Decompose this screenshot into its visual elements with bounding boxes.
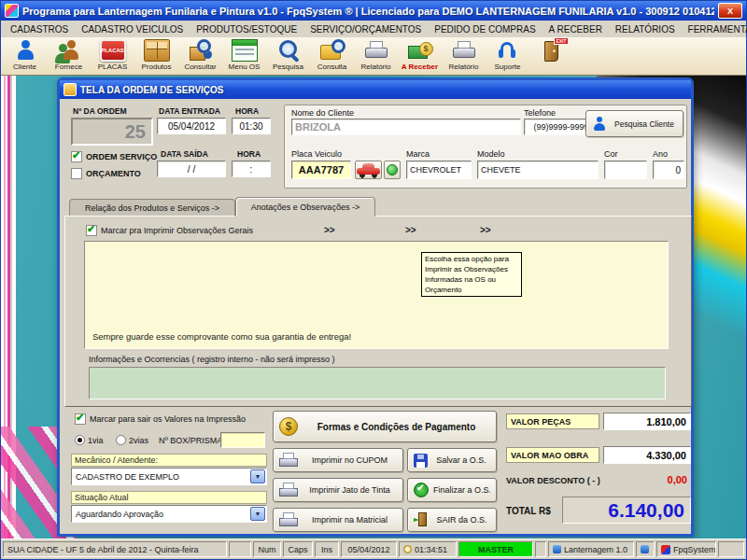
toolbar-button-a-receber[interactable]: A Receber	[398, 38, 442, 74]
save-os-button[interactable]: Salvar a O.S.	[407, 448, 497, 472]
menu-item-cadastros[interactable]: CADASTROS	[4, 22, 75, 36]
menu-item-relatorios[interactable]: RELATÓRIOS	[609, 22, 682, 36]
money-icon	[407, 39, 433, 62]
exit-date-label: DATA SAÍDA	[161, 149, 208, 159]
client-name-field[interactable]: BRIZOLA	[291, 119, 521, 135]
toolbar-label: Fornece	[55, 63, 82, 71]
status-insert: Ins	[315, 541, 339, 557]
checkbox-box	[75, 413, 86, 425]
status-icon-segment	[636, 541, 655, 557]
toolbar-button-consultar[interactable]: Consultar	[178, 38, 222, 74]
products-box-icon	[144, 39, 170, 62]
one-copy-radio[interactable]: 1via	[75, 435, 104, 445]
exit-time-field[interactable]: :	[232, 161, 271, 177]
toolbar-button-relatorio-2[interactable]: Relatório	[442, 38, 486, 74]
coin-icon	[279, 417, 298, 436]
ano-field[interactable]: 0	[653, 161, 684, 179]
menu-item-a-receber[interactable]: A RECEBER	[543, 22, 609, 36]
modelo-label: Modelo	[477, 149, 505, 159]
printer-icon	[451, 39, 477, 62]
menu-item-cadastro-veiculos[interactable]: CADASTRO VEICULOS	[75, 22, 190, 36]
finalize-os-button[interactable]: Finalizar a O.S.	[407, 478, 497, 502]
box-prisma-field[interactable]	[220, 432, 265, 448]
print-values-checkbox[interactable]: Marcar para sair os Valores na Impressão	[75, 413, 246, 425]
parts-value-label: VALOR PEÇAS	[506, 413, 599, 429]
status-time-text: 01:34:51	[415, 545, 447, 554]
chevron-marker: >>	[324, 225, 335, 235]
toolbar-button-relatorio-1[interactable]: Relatório	[354, 38, 398, 74]
exit-os-button[interactable]: SAIR da O.S.	[407, 508, 497, 532]
dialog-body: Nº DA ORDEM 25 DATA ENTRADA 05/04/2012 H…	[60, 99, 691, 534]
cor-field[interactable]	[604, 161, 647, 179]
client-name-label: Nome do Cliente	[291, 108, 354, 118]
print-matrix-button[interactable]: Imprimir na Matricial	[273, 508, 403, 532]
close-button[interactable]: X	[718, 3, 742, 19]
order-number-label: Nº DA ORDEM	[73, 106, 127, 116]
mechanic-value: CADASTRO DE EXEMPLO	[76, 472, 179, 482]
status-num-lock: Num	[253, 541, 281, 557]
vehicle-search-button[interactable]	[355, 161, 382, 179]
marca-label: Marca	[406, 149, 430, 159]
toolbar-button-menu-os[interactable]: Menu OS	[222, 38, 266, 74]
app-window: Programa para Lanternagem Funilaria e Pi…	[0, 0, 747, 560]
internal-notes-memo[interactable]	[89, 367, 666, 399]
client-icon	[12, 39, 38, 62]
payment-terms-button[interactable]: Formas e Condições de Pagamento	[273, 411, 497, 442]
printer-icon	[363, 39, 389, 62]
observations-tooltip: Escolha essa opção para Imprimir as Obse…	[421, 252, 522, 297]
print-observations-checkbox[interactable]: Marcar pra Imprimir Observações Gerais	[86, 225, 253, 236]
print-receipt-button[interactable]: Imprimir no CUPOM	[273, 448, 403, 472]
toolbar-label: Consultar	[184, 63, 216, 71]
status-date: 05/04/2012	[341, 541, 397, 557]
plate-field[interactable]: AAA7787	[291, 161, 351, 179]
exit-hour-label: HORA	[237, 149, 261, 159]
toolbar-button-produtos[interactable]: Produtos	[134, 38, 178, 74]
order-service-checkbox[interactable]: ORDEM SERVIÇO	[71, 151, 157, 162]
search-client-button[interactable]: Pesquisa Cliente	[585, 110, 684, 137]
menu-item-servico-orcamentos[interactable]: SERVIÇO/ORÇAMENTOS	[303, 22, 428, 36]
toolbar-button-cliente[interactable]: Cliente	[3, 38, 47, 74]
menu-item-produtos-estoque[interactable]: PRODUTOS/ESTOQUE	[190, 22, 303, 36]
clock-icon	[403, 545, 412, 553]
window-title: Programa para Lanternagem Funilaria e Pi…	[22, 6, 714, 17]
marca-field[interactable]: CHEVROLET	[406, 161, 472, 179]
toolbar-button-consulta[interactable]: Consulta	[310, 38, 354, 74]
toolbar-button-placas[interactable]: PLACAS PLACAS	[91, 38, 134, 74]
tab-products-services[interactable]: Relação dos Produtos e Serviços ->	[69, 199, 235, 217]
status-select[interactable]: Aguardando Aprovação	[71, 505, 267, 523]
observations-memo[interactable]: Sempre guarde esse comprovante como sua …	[84, 241, 669, 349]
budget-checkbox[interactable]: ORÇAMENTO	[71, 168, 141, 179]
dialog-title: TELA DA ORDEM DE SERVIÇOS	[80, 85, 224, 95]
support-headset-icon	[495, 39, 521, 62]
notes-tab-panel: Marcar pra Imprimir Observações Gerais >…	[64, 216, 692, 407]
checkbox-label: Marcar para sair os Valores na Impressão	[90, 414, 246, 424]
cor-label: Cor	[604, 149, 618, 159]
license-plate-icon: PLACAS	[100, 39, 126, 62]
parts-value-field: 1.810,00	[603, 413, 691, 430]
printer-icon	[279, 483, 298, 497]
guarantee-text: Sempre guarde esse comprovante como sua …	[92, 331, 351, 342]
toolbar-button-pesquisa[interactable]: Pesquisa	[266, 38, 310, 74]
exit-date-field[interactable]: / /	[157, 161, 226, 177]
print-inkjet-label: Imprimir Jato de Tinta	[303, 485, 397, 495]
mechanic-select[interactable]: CADASTRO DE EXEMPLO	[71, 468, 267, 485]
toolbar-button-suporte[interactable]: Suporte	[486, 38, 529, 74]
dialog-title-bar[interactable]: TELA DA ORDEM DE SERVIÇOS	[60, 80, 691, 99]
entry-date-field[interactable]: 05/04/2012	[157, 118, 226, 134]
menu-item-ferramentas[interactable]: FERRAMENTAS	[682, 22, 747, 36]
modelo-field[interactable]: CHEVETE	[477, 161, 599, 179]
toolbar-label: Relatório	[360, 63, 390, 71]
tab-notes-observations[interactable]: Anotações e Observações ->	[235, 197, 375, 217]
plate-lookup-button[interactable]	[384, 161, 401, 179]
status-brand-text: FpqSystem	[673, 545, 716, 554]
payment-terms-label: Formas e Condições de Pagamento	[303, 422, 490, 432]
entry-date-label: DATA ENTRADA	[159, 106, 220, 116]
title-bar[interactable]: Programa para Lanternagem Funilaria e Pi…	[1, 1, 746, 21]
entry-time-field[interactable]: 01:30	[232, 118, 271, 134]
car-icon	[357, 161, 380, 178]
print-inkjet-button[interactable]: Imprimir Jato de Tinta	[273, 478, 403, 502]
menu-item-pedido-compras[interactable]: PEDIDO DE COMPRAS	[428, 22, 542, 36]
toolbar-button-fornecedor[interactable]: Fornece	[47, 38, 91, 74]
toolbar-button-exit[interactable]: EXIT	[529, 38, 573, 74]
two-copies-radio[interactable]: 2vias	[116, 435, 148, 445]
